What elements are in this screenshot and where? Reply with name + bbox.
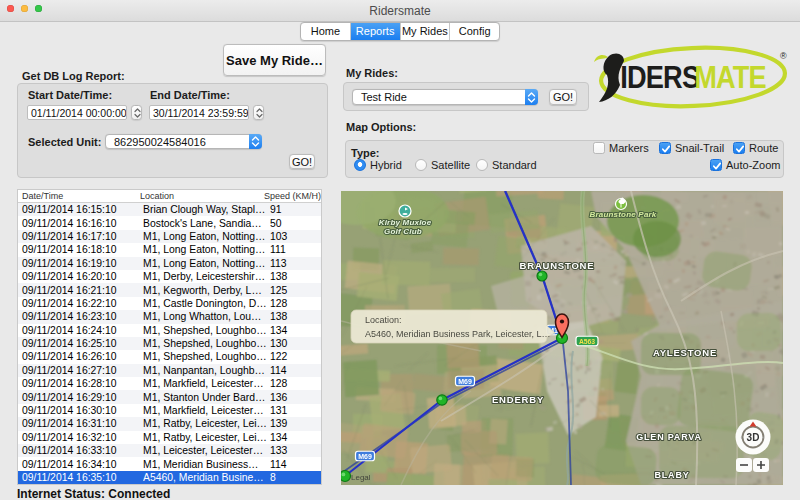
svg-text:Legal: Legal [351, 473, 371, 482]
svg-text:Location:: Location: [365, 315, 402, 325]
svg-text:IDERS: IDERS [620, 59, 699, 95]
svg-text:BLABY: BLABY [655, 470, 690, 480]
svg-text:3D: 3D [747, 432, 760, 443]
svg-text:M69: M69 [358, 453, 372, 460]
svg-text:Kirby Muxloe: Kirby Muxloe [379, 218, 432, 227]
svg-text:®: ® [780, 51, 787, 61]
svg-text:AYLESTONE: AYLESTONE [653, 347, 717, 358]
svg-text:BRAUNSTONE: BRAUNSTONE [520, 260, 595, 271]
svg-text:A563: A563 [579, 338, 595, 345]
svg-text:M69: M69 [458, 378, 472, 385]
svg-text:Braunstone Park: Braunstone Park [589, 210, 656, 219]
svg-text:MATE: MATE [694, 59, 766, 95]
svg-text:ENDERBY: ENDERBY [492, 394, 544, 405]
svg-text:A5460, Meridian Business Park,: A5460, Meridian Business Park, Leicester… [365, 329, 551, 339]
svg-text:GLEN PARVA: GLEN PARVA [636, 432, 702, 442]
svg-text:Golf Club: Golf Club [384, 227, 422, 236]
